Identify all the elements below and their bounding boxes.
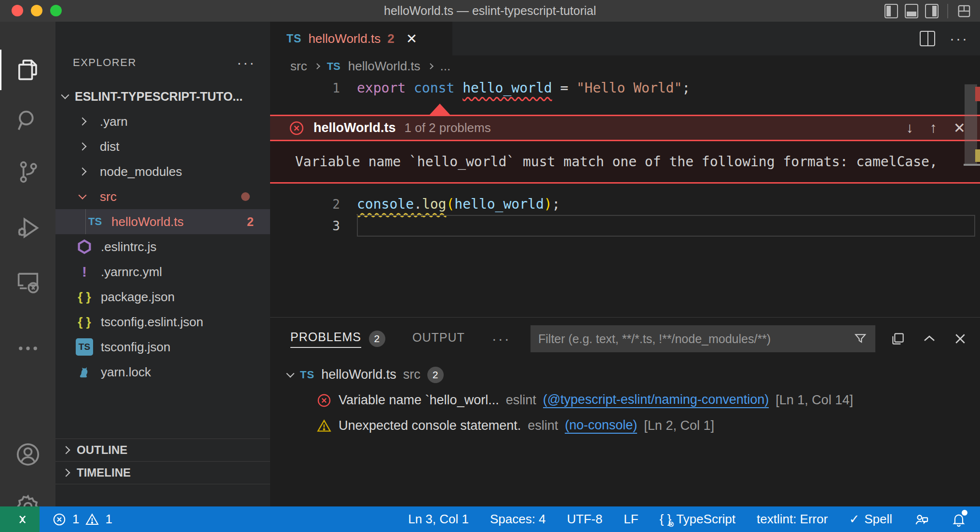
problems-filter [531,325,875,352]
split-editor-icon[interactable] [920,31,935,46]
notifications-bell-icon[interactable] [951,512,966,527]
toggle-secondary-sidebar-icon[interactable] [925,4,939,18]
problems-status[interactable]: 1 1 [52,512,112,527]
breadcrumb-folder[interactable]: src [290,59,307,74]
tab-problems[interactable]: PROBLEMS 2 [290,330,385,348]
filter-input[interactable] [538,332,853,346]
file-row-selected[interactable]: TS helloWorld.ts 2 [55,209,270,234]
problem-row-error[interactable]: Variable name `hello_worl... eslint (@ty… [270,387,980,413]
filter-icon[interactable] [853,332,868,346]
peek-error-message[interactable]: Variable name `hello_world` must match o… [270,141,980,182]
view-as-table-icon[interactable] [890,331,906,346]
explorer-more-actions-icon[interactable]: ··· [237,60,256,65]
explorer-icon[interactable] [0,47,55,93]
tree-root-folder[interactable]: ESLINT-TYPESCRIPT-TUTO... [55,84,270,109]
file-tree: ESLINT-TYPESCRIPT-TUTO... .yarn dist nod… [55,84,270,385]
file-row[interactable]: .eslintrc.js [55,234,270,259]
eslint-icon [75,239,94,255]
chevron-right-icon [79,118,87,126]
notification-dot [962,510,967,516]
vscode-window: helloWorld.ts — eslint-typescript-tutori… [0,0,980,532]
accounts-icon[interactable] [0,431,55,478]
rule-link[interactable]: (no-console) [565,418,637,434]
close-tab-icon[interactable]: ✕ [406,31,417,47]
breadcrumb-file[interactable]: helloWorld.ts [348,59,421,74]
typescript-file-icon: TS [327,60,340,73]
code-line-2: 2 console.log(hello_world); [270,193,980,215]
indentation[interactable]: Spaces: 4 [490,512,546,527]
outline-section[interactable]: OUTLINE [55,439,270,461]
folder-row[interactable]: .yarn [55,109,270,134]
breadcrumb: src TS helloWorld.ts ... [270,55,980,77]
rule-link[interactable]: (@typescript-eslint/naming-convention) [543,392,769,408]
check-icon: ✓ [849,512,859,527]
source-control-icon[interactable] [0,149,55,195]
cursor-position[interactable]: Ln 3, Col 1 [408,512,469,527]
error-squiggle: hello_world [463,80,552,96]
activity-bar: 1 [0,22,55,506]
yaml-icon: ! [75,264,94,280]
minimize-window-button[interactable] [31,5,42,16]
run-debug-icon[interactable] [0,205,55,251]
more-views-icon[interactable] [0,325,55,372]
tsconfig-icon: TS [75,338,94,356]
remote-explorer-icon[interactable] [0,259,55,305]
folder-row-src[interactable]: src [55,184,270,209]
titlebar-separator [947,4,948,18]
problems-count-badge: 2 [247,215,254,229]
file-row[interactable]: { } package.json [55,284,270,309]
problems-file-row[interactable]: TS helloWorld.ts src 2 [270,362,980,387]
code-editor[interactable]: 1 export const hello_world = "Hello Worl… [270,77,980,317]
textlint-status[interactable]: textlint: Error [757,512,828,527]
file-row[interactable]: ! .yarnrc.yml [55,259,270,284]
search-icon[interactable] [0,98,55,144]
tab-bar: TS helloWorld.ts 2 ✕ ··· [270,22,980,55]
previous-problem-icon[interactable]: ↑ [930,120,937,136]
maximize-panel-icon[interactable] [922,332,937,346]
yarn-cat-icon [75,365,94,379]
timeline-section[interactable]: TIMELINE [55,461,270,484]
close-window-button[interactable] [12,5,23,16]
tab-helloworld[interactable]: TS helloWorld.ts 2 ✕ [270,22,452,55]
warning-icon [85,512,99,527]
warning-squiggle: console.log [357,196,446,212]
overview-ruler-warning-mark [975,149,980,162]
code-line-3-current: 3 [270,215,980,237]
customize-layout-icon[interactable] [957,4,970,18]
chevron-right-icon [62,469,70,477]
close-peek-icon[interactable]: ✕ [953,120,966,136]
peek-problem-count: 1 of 2 problems [405,120,491,135]
encoding[interactable]: UTF-8 [567,512,603,527]
editor-more-actions-icon[interactable]: ··· [950,36,968,41]
panel-more-tabs-icon[interactable]: ··· [492,336,511,341]
error-icon [288,120,305,136]
modified-dot-badge [241,192,250,201]
problems-panel: PROBLEMS 2 OUTPUT ··· [270,317,980,506]
peek-file-name: helloWorld.ts [313,120,396,135]
language-mode[interactable]: { }⊗ TypeScript [660,512,735,527]
spell-checker-status[interactable]: ✓ Spell [849,512,892,527]
remote-indicator[interactable] [0,506,40,532]
tab-problems-badge: 2 [387,31,394,46]
editor-group: TS helloWorld.ts 2 ✕ ··· src TS helloWor… [270,22,980,506]
toggle-primary-sidebar-icon[interactable] [885,4,898,18]
file-row[interactable]: TS tsconfig.json [55,334,270,359]
problem-row-warning[interactable]: Unexpected console statement. eslint (no… [270,413,980,439]
feedback-icon[interactable] [913,511,930,528]
toggle-panel-icon[interactable] [905,4,918,18]
file-row[interactable]: { } tsconfig.eslint.json [55,309,270,334]
sidebar-title: EXPLORER [73,56,136,69]
zoom-window-button[interactable] [50,5,62,16]
tab-output[interactable]: OUTPUT [412,331,465,347]
next-problem-icon[interactable]: ↓ [906,120,913,136]
eol-sequence[interactable]: LF [624,512,638,527]
folder-row[interactable]: node_modules [55,159,270,184]
chevron-right-icon [427,63,434,69]
close-panel-icon[interactable] [953,332,967,346]
file-row[interactable]: yarn.lock [55,359,270,385]
chevron-right-icon [79,143,87,151]
folder-row[interactable]: dist [55,134,270,159]
chevron-right-icon [62,446,70,454]
error-icon [52,512,67,527]
breadcrumb-symbol[interactable]: ... [440,59,451,74]
